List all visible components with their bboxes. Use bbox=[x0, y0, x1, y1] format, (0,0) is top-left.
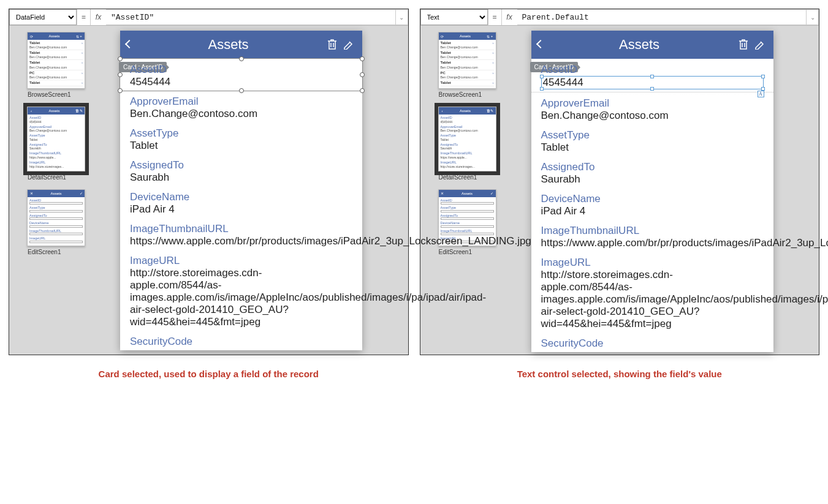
thumb-label: BrowseScreen1 bbox=[28, 91, 98, 98]
thumb-label: DetailScreen1 bbox=[28, 174, 98, 181]
card-approveremail[interactable]: ApproverEmailBen.Change@contoso.com bbox=[531, 92, 773, 124]
field-value[interactable]: 4545444A bbox=[541, 76, 764, 89]
property-select[interactable]: Text bbox=[420, 9, 488, 25]
editor-panel-text-selected: Text = fx ⌄ ⟳Assets⇅+ Tablet›Ben.Change@… bbox=[420, 9, 820, 355]
card-imageurl[interactable]: ImageURLhttp://store.storeimages.cdn-app… bbox=[120, 250, 362, 331]
edit-icon[interactable] bbox=[340, 39, 356, 51]
thumb-title: Assets bbox=[33, 34, 75, 38]
trash-icon[interactable] bbox=[324, 38, 340, 52]
field-label: ApproverEmail bbox=[541, 97, 764, 110]
field-label: SecurityCode bbox=[130, 336, 352, 348]
field-value[interactable]: Ben.Change@contoso.com bbox=[541, 110, 764, 122]
editor-panel-card-selected: DataField = fx ⌄ ⟳Assets⇅+ Tablet›Ben.Ch… bbox=[9, 9, 409, 355]
thumb-label: EditScreen1 bbox=[439, 249, 509, 255]
card-assettype[interactable]: AssetTypeTablet bbox=[120, 122, 362, 154]
thumb-title: Assets bbox=[444, 34, 487, 38]
field-value[interactable]: http://store.storeimages.cdn-apple.com/8… bbox=[541, 269, 764, 330]
thumb-browse-screen[interactable]: ⟳Assets⇅+ Tablet›Ben.Change@contoso.comT… bbox=[14, 32, 98, 98]
field-value[interactable]: iPad Air 4 bbox=[130, 203, 352, 216]
back-icon[interactable] bbox=[537, 40, 544, 49]
thumb-browse-screen[interactable]: ⟳Assets⇅+ Tablet›Ben.Change@contoso.comT… bbox=[425, 32, 509, 98]
field-value[interactable]: Tablet bbox=[130, 140, 352, 152]
field-value[interactable]: https://www.apple.com/br/pr/products/ima… bbox=[541, 237, 764, 249]
card-assettype[interactable]: AssetTypeTablet bbox=[531, 124, 773, 156]
edit-icon: ✎ bbox=[490, 108, 494, 113]
card-securitycode[interactable]: SecurityCode bbox=[531, 333, 773, 352]
thumb-detail-screen[interactable]: ‹Assets🗑✎ AssetID4545444ApproverEmailBen… bbox=[14, 107, 98, 181]
design-canvas[interactable]: Assets Card : AssetID AssetID4545444AApp… bbox=[512, 28, 817, 352]
field-value[interactable]: 4545444 bbox=[130, 76, 352, 88]
field-value[interactable]: Saurabh bbox=[541, 173, 764, 186]
card-assetid[interactable]: AssetID4545444 bbox=[120, 59, 362, 91]
caption-right: Text control selected, showing the field… bbox=[420, 364, 820, 379]
formula-expand-icon[interactable]: ⌄ bbox=[807, 9, 819, 25]
field-value[interactable]: Ben.Change@contoso.com bbox=[130, 108, 352, 120]
thumb-edit-screen[interactable]: ✕Assets✓ AssetIDAssetTypeAssignedToDevic… bbox=[14, 189, 98, 256]
thumb-title: Assets bbox=[444, 192, 490, 195]
plus-icon: + bbox=[490, 34, 494, 38]
field-value[interactable]: iPad Air 4 bbox=[541, 205, 764, 217]
screens-sidebar: ⟳Assets⇅+ Tablet›Ben.Change@contoso.comT… bbox=[12, 28, 101, 352]
formula-expand-icon[interactable]: ⌄ bbox=[396, 9, 408, 25]
edit-icon[interactable] bbox=[751, 39, 767, 51]
app-header: Assets bbox=[120, 31, 362, 59]
formula-input[interactable] bbox=[517, 9, 807, 25]
card-devicename[interactable]: DeviceNameiPad Air 4 bbox=[531, 188, 773, 220]
field-value[interactable]: https://www.apple.com/br/pr/products/ima… bbox=[130, 235, 352, 247]
card-devicename[interactable]: DeviceNameiPad Air 4 bbox=[120, 186, 362, 218]
field-label: AssetID bbox=[130, 64, 352, 76]
thumb-label: EditScreen1 bbox=[28, 249, 98, 255]
field-label: ImageURL bbox=[130, 255, 352, 267]
thumb-label: BrowseScreen1 bbox=[439, 91, 509, 98]
check-icon: ✓ bbox=[490, 191, 494, 195]
field-label: ApproverEmail bbox=[130, 96, 352, 108]
phone-preview: Assets Card : AssetID AssetID4545444AApp… bbox=[531, 31, 773, 352]
screens-sidebar: ⟳Assets⇅+ Tablet›Ben.Change@contoso.comT… bbox=[423, 28, 512, 352]
card-imagethumbnailurl[interactable]: ImageThumbnailURLhttps://www.apple.com/b… bbox=[531, 220, 773, 252]
card-imageurl[interactable]: ImageURLhttp://store.storeimages.cdn-app… bbox=[531, 252, 773, 333]
fx-label: fx bbox=[90, 9, 106, 25]
field-label: AssetID bbox=[541, 64, 764, 76]
field-label: AssetType bbox=[130, 127, 352, 140]
app-title: Assets bbox=[132, 37, 324, 53]
field-label: AssignedTo bbox=[130, 159, 352, 171]
card-assetid[interactable]: AssetID4545444A bbox=[531, 59, 773, 92]
card-assignedto[interactable]: AssignedToSaurabh bbox=[120, 154, 362, 186]
thumb-detail-screen[interactable]: ‹Assets🗑✎ AssetID4545444ApproverEmailBen… bbox=[425, 107, 509, 181]
check-icon: ✓ bbox=[79, 191, 83, 195]
back-icon[interactable] bbox=[126, 40, 132, 49]
field-label: DeviceName bbox=[541, 193, 764, 205]
field-value[interactable]: http://store.storeimages.cdn-apple.com/8… bbox=[130, 267, 352, 328]
caption-left: Card selected, used to display a field o… bbox=[9, 364, 409, 379]
field-label: DeviceName bbox=[130, 191, 352, 203]
app-header: Assets bbox=[531, 31, 773, 59]
field-label: AssetType bbox=[541, 129, 764, 141]
property-select[interactable]: DataField bbox=[9, 9, 77, 25]
trash-icon[interactable] bbox=[735, 38, 751, 52]
thumb-title: Assets bbox=[33, 192, 79, 195]
field-label: ImageThumbnailURL bbox=[541, 225, 764, 237]
card-approveremail[interactable]: ApproverEmailBen.Change@contoso.com bbox=[120, 91, 362, 122]
fx-label: fx bbox=[501, 9, 517, 25]
thumb-label: DetailScreen1 bbox=[439, 174, 509, 181]
design-canvas[interactable]: Assets Card : AssetID AssetID4545444Appr… bbox=[101, 28, 406, 352]
thumb-title: Assets bbox=[444, 109, 487, 113]
equals-sign: = bbox=[77, 9, 90, 25]
app-title: Assets bbox=[544, 37, 735, 53]
phone-preview: Assets Card : AssetID AssetID4545444Appr… bbox=[120, 31, 362, 350]
field-label: SecurityCode bbox=[541, 337, 764, 350]
equals-sign: = bbox=[488, 9, 501, 25]
formula-input[interactable] bbox=[106, 9, 396, 25]
field-label: ImageThumbnailURL bbox=[130, 223, 352, 235]
plus-icon: + bbox=[79, 34, 83, 38]
field-label: ImageURL bbox=[541, 257, 764, 269]
field-value[interactable]: Tablet bbox=[541, 141, 764, 154]
card-assignedto[interactable]: AssignedToSaurabh bbox=[531, 156, 773, 188]
card-securitycode[interactable]: SecurityCode bbox=[120, 331, 362, 350]
thumb-title: Assets bbox=[33, 109, 75, 113]
formula-bar: DataField = fx ⌄ bbox=[9, 9, 408, 26]
field-value[interactable]: Saurabh bbox=[130, 171, 352, 184]
edit-icon: ✎ bbox=[79, 108, 83, 113]
card-imagethumbnailurl[interactable]: ImageThumbnailURLhttps://www.apple.com/b… bbox=[120, 218, 362, 250]
formula-bar: Text = fx ⌄ bbox=[420, 9, 819, 26]
